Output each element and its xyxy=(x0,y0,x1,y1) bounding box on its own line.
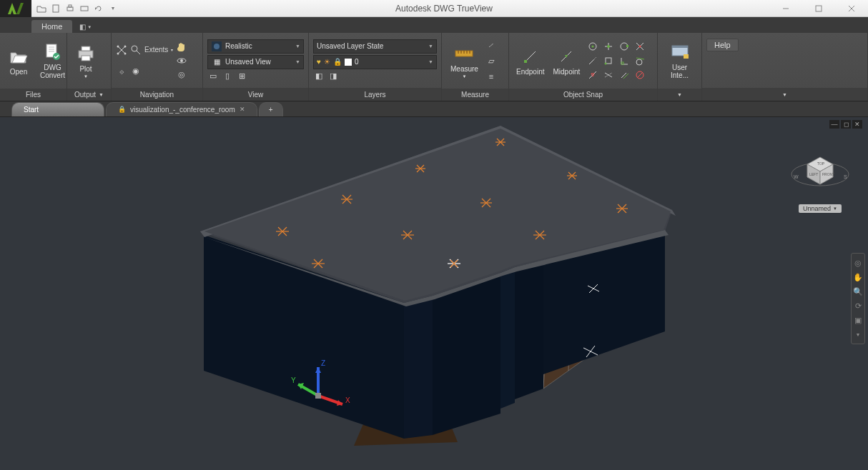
panel-layers: Unsaved Layer State ▼ ♥ ☀ 🔒 0 ▼ ◧ ◨ xyxy=(309,33,442,101)
osnap-perpendicular-icon[interactable] xyxy=(617,54,631,67)
panel-measure: Measure ▼ ⟋ ▱ ≡ Measure xyxy=(442,33,509,101)
osnap-nearest-icon[interactable] xyxy=(586,69,600,81)
minimize-button[interactable] xyxy=(769,0,802,17)
osnap-extension-icon[interactable] xyxy=(586,54,600,67)
osnap-tangent-icon[interactable] xyxy=(633,54,647,67)
svg-rect-49 xyxy=(606,58,611,64)
svg-line-34 xyxy=(526,51,536,61)
qat-plot-icon[interactable] xyxy=(79,3,90,14)
orbit-icon-small[interactable]: ◉ xyxy=(130,66,142,77)
osnap-node-icon[interactable] xyxy=(601,40,616,53)
pan-icon-small[interactable]: ⟐ xyxy=(116,66,127,77)
panel-output: Plot ▼ Output▼ xyxy=(67,33,112,101)
start-tab[interactable]: Start xyxy=(11,102,104,116)
endpoint-button[interactable]: Endpoint xyxy=(513,36,547,86)
close-tab-icon[interactable]: ✕ xyxy=(240,106,245,113)
svg-rect-65 xyxy=(684,54,689,59)
svg-line-60 xyxy=(623,74,628,79)
layer-tool-2-icon[interactable]: ◨ xyxy=(327,71,339,82)
plot-button[interactable]: Plot ▼ xyxy=(71,36,100,86)
nav-wheel-icon[interactable]: ◎ xyxy=(176,69,187,81)
layer-state-dropdown[interactable]: Unsaved Layer State ▼ xyxy=(313,39,437,54)
lightbulb-icon: ♥ xyxy=(317,58,321,66)
svg-rect-123 xyxy=(315,393,321,399)
layer-color-swatch xyxy=(345,59,352,66)
zoom-window-icon[interactable] xyxy=(130,44,142,56)
measure-distance-icon[interactable]: ⟋ xyxy=(485,39,497,51)
qat-new-icon[interactable] xyxy=(50,3,61,14)
svg-rect-14 xyxy=(82,46,90,51)
layer-dropdown[interactable]: ♥ ☀ 🔒 0 ▼ xyxy=(313,55,437,69)
new-tab-button[interactable]: + xyxy=(259,102,283,116)
qat-print-icon[interactable] xyxy=(64,3,76,14)
view-tool-1-icon[interactable]: ▭ xyxy=(207,71,219,82)
svg-rect-15 xyxy=(82,56,90,61)
panel-help: Help ▼ xyxy=(702,33,868,101)
close-button[interactable] xyxy=(835,0,868,17)
svg-line-47 xyxy=(589,60,593,64)
measure-list-icon[interactable]: ≡ xyxy=(485,71,497,82)
user-interface-button[interactable]: User Inte... xyxy=(662,36,697,86)
maximize-button[interactable] xyxy=(802,0,835,17)
saved-view-dropdown[interactable]: ▦Unsaved View ▼ xyxy=(207,55,304,69)
dwg-convert-button[interactable]: DWG Convert xyxy=(36,36,69,86)
3d-model: X Y Z xyxy=(0,117,868,470)
svg-rect-53 xyxy=(621,62,623,64)
qat-dropdown-icon[interactable]: ▼ xyxy=(107,3,119,14)
endpoint-label: Endpoint xyxy=(516,68,544,76)
svg-point-18 xyxy=(117,45,119,47)
measure-area-icon[interactable]: ▱ xyxy=(485,55,497,66)
osnap-insertion-icon[interactable] xyxy=(601,54,616,67)
osnap-parallel-icon[interactable] xyxy=(617,69,631,81)
help-button[interactable]: Help xyxy=(706,39,739,51)
osnap-none-icon[interactable] xyxy=(633,69,647,81)
svg-rect-3 xyxy=(81,6,88,11)
svg-point-25 xyxy=(180,59,183,62)
zoom-extents-icon[interactable] xyxy=(116,44,127,56)
osnap-apparent-icon[interactable] xyxy=(601,69,616,81)
view-tool-3-icon[interactable]: ⊞ xyxy=(236,71,247,82)
svg-line-48 xyxy=(593,57,596,60)
qat-open-icon[interactable] xyxy=(36,3,47,14)
dwg-convert-icon xyxy=(43,42,63,62)
view-icon: ▦ xyxy=(211,56,222,68)
midpoint-button[interactable]: Midpoint xyxy=(550,36,583,86)
app-menu-button[interactable] xyxy=(0,0,31,17)
viewport[interactable]: — ◻ ✕ W S TOP LEFT FRONT Unnamed▼ ◎ ✋ 🔍 … xyxy=(0,117,868,470)
layer-name-value: 0 xyxy=(355,58,359,66)
panel-output-title[interactable]: Output▼ xyxy=(67,89,111,101)
measure-button[interactable]: Measure ▼ xyxy=(446,36,483,86)
file-tab[interactable]: 🔒 visualization_-_conference_room ✕ xyxy=(106,102,257,116)
pan-hand-icon[interactable] xyxy=(176,41,187,52)
orbit-icon[interactable] xyxy=(176,55,187,66)
sun-icon: ☀ xyxy=(324,58,330,66)
open-button[interactable]: Open xyxy=(4,36,33,86)
panel-ui-arrow[interactable]: ▼ xyxy=(658,89,701,101)
lock-icon: 🔒 xyxy=(333,58,342,66)
midpoint-label: Midpoint xyxy=(553,68,580,76)
view-tool-2-icon[interactable]: ▯ xyxy=(222,71,233,82)
qat-undo-icon[interactable] xyxy=(93,3,104,14)
tab-home[interactable]: Home xyxy=(31,20,72,33)
osnap-center-icon[interactable] xyxy=(586,40,600,53)
visual-style-icon xyxy=(211,41,222,52)
quick-access-toolbar: ▼ xyxy=(36,3,119,14)
svg-point-19 xyxy=(124,45,127,47)
svg-text:X: X xyxy=(345,396,350,404)
open-folder-icon xyxy=(9,46,29,66)
ribbon: Open DWG Convert Files Plot ▼ Output▼ xyxy=(0,33,868,101)
ribbon-minimize-icon[interactable]: ◧ ▼ xyxy=(79,23,92,33)
panel-help-arrow[interactable]: ▼ xyxy=(702,88,867,101)
plot-label: Plot xyxy=(79,65,92,73)
panel-view: Realistic ▼ ▦Unsaved View ▼ ▭ ▯ ⊞ View xyxy=(203,33,309,101)
open-label: Open xyxy=(10,68,27,76)
panel-navigation-title: Navigation xyxy=(112,88,202,101)
window-title: Autodesk DWG TrueView xyxy=(119,4,769,14)
visual-style-dropdown[interactable]: Realistic ▼ xyxy=(207,39,304,54)
svg-point-22 xyxy=(132,46,137,51)
extents-label[interactable]: Extents xyxy=(144,46,168,54)
osnap-quadrant-icon[interactable] xyxy=(617,40,631,53)
panel-view-title: View xyxy=(203,88,308,101)
layer-tool-1-icon[interactable]: ◧ xyxy=(313,71,325,82)
osnap-intersection-icon[interactable] xyxy=(633,40,647,53)
